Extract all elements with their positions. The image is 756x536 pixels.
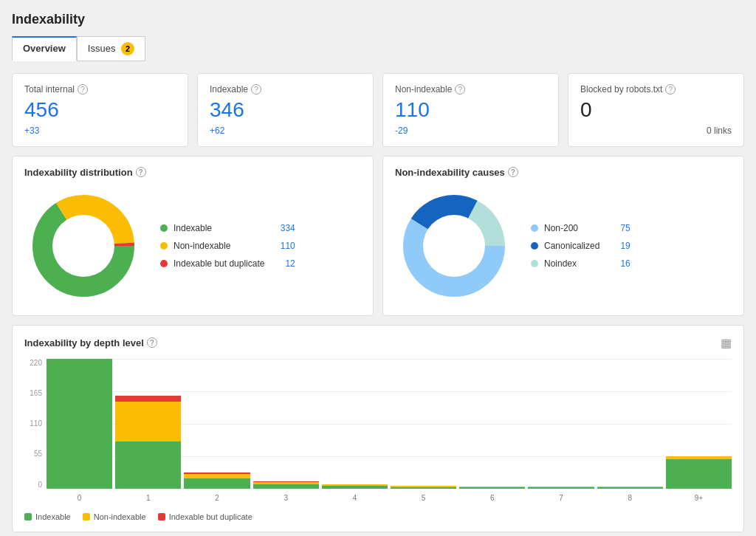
- metric-indexable: Indexable ? 346 +62: [197, 73, 374, 147]
- bar-chart-help-icon[interactable]: ?: [147, 337, 157, 348]
- legend-item-noindex: Noindex 16: [531, 258, 630, 269]
- legend-dot-non-indexable: [160, 242, 168, 250]
- causes-help-icon[interactable]: ?: [508, 167, 518, 177]
- distribution-donut-chart: [24, 187, 142, 305]
- non-indexable-help-icon[interactable]: ?: [455, 84, 465, 95]
- legend-item-canonicalized: Canonicalized 19: [531, 241, 630, 251]
- metric-non-indexable: Non-indexable ? 110 -29: [382, 73, 559, 147]
- causes-donut-section: Non-200 75 Canonicalized 19 Noindex 16: [395, 187, 732, 305]
- bar-legend-dot-non-indexable: [83, 513, 90, 520]
- issues-badge: 2: [121, 42, 134, 55]
- bar-group[interactable]: 5: [391, 359, 456, 489]
- metric-blocked-robots: Blocked by robots.txt ? 0 0 links: [568, 73, 744, 147]
- non-indexability-causes-card: Non-indexability causes ? Non-200 75: [382, 156, 744, 316]
- bar-chart-card: Indexability by depth level ? ▦ 220 165 …: [12, 325, 744, 532]
- bar-legend-non-indexable: Non-indexable: [83, 512, 146, 521]
- legend-dot-noindex: [531, 260, 538, 267]
- indexable-change: +62: [210, 126, 361, 136]
- distribution-donut-section: Indexable 334 Non-indexable 110 Indexabl…: [24, 187, 361, 305]
- distribution-legend: Indexable 334 Non-indexable 110 Indexabl…: [160, 223, 295, 269]
- bar-chart-view-icon[interactable]: ▦: [721, 336, 732, 350]
- blocked-robots-value: 0: [580, 97, 732, 123]
- legend-dot-non200: [531, 224, 538, 232]
- legend-dot-duplicate: [160, 260, 168, 267]
- bars-container: 0123456789+: [47, 359, 732, 489]
- bar-chart-header: Indexability by depth level ? ▦: [24, 336, 732, 350]
- bar-group[interactable]: 6: [459, 359, 525, 489]
- charts-row: Indexability distribution ? Indexable: [12, 156, 744, 316]
- total-internal-change: +33: [24, 126, 176, 136]
- tabs-container: Overview Issues 2: [12, 36, 744, 61]
- tab-issues[interactable]: Issues 2: [77, 36, 145, 61]
- total-internal-help-icon[interactable]: ?: [78, 84, 88, 95]
- legend-item-duplicate: Indexable but duplicate 12: [160, 258, 295, 269]
- legend-item-non-indexable: Non-indexable 110: [160, 241, 295, 251]
- donut-hole: [52, 215, 114, 277]
- bar-group[interactable]: 9+: [666, 359, 732, 489]
- bar-legend: Indexable Non-indexable Indexable but du…: [24, 512, 732, 521]
- bar-legend-duplicate: Indexable but duplicate: [158, 512, 252, 521]
- bar-legend-dot-duplicate: [158, 513, 165, 520]
- bar-legend-indexable: Indexable: [24, 512, 71, 521]
- bar-group[interactable]: 8: [597, 359, 663, 489]
- causes-donut-chart: [395, 187, 513, 305]
- indexable-help-icon[interactable]: ?: [251, 84, 261, 95]
- legend-item-non200: Non-200 75: [531, 223, 630, 233]
- non-indexable-change: -29: [395, 126, 546, 136]
- indexability-distribution-card: Indexability distribution ? Indexable: [12, 156, 374, 316]
- bar-group[interactable]: 4: [322, 359, 388, 489]
- legend-dot-canonicalized: [531, 242, 538, 250]
- bar-group[interactable]: 3: [253, 359, 319, 489]
- metrics-row: Total internal ? 456 +33 Indexable ? 346…: [12, 73, 744, 147]
- distribution-help-icon[interactable]: ?: [136, 167, 146, 177]
- legend-dot-indexable: [160, 224, 168, 232]
- total-internal-value: 456: [24, 97, 176, 123]
- donut-hole-causes: [423, 215, 485, 277]
- bar-group[interactable]: 2: [184, 359, 250, 489]
- legend-item-indexable: Indexable 334: [160, 223, 295, 233]
- non-indexable-value: 110: [395, 97, 546, 123]
- blocked-robots-help-icon[interactable]: ?: [665, 84, 676, 95]
- bar-group[interactable]: 7: [528, 359, 594, 489]
- page-title: Indexability: [12, 12, 744, 27]
- tab-overview[interactable]: Overview: [12, 36, 77, 61]
- blocked-robots-sub: 0 links: [580, 126, 732, 136]
- causes-legend: Non-200 75 Canonicalized 19 Noindex 16: [531, 223, 630, 269]
- bar-chart-area: 220 165 110 55 0 0123456789+: [24, 359, 732, 506]
- bar-legend-dot-indexable: [24, 513, 32, 520]
- bar-group[interactable]: 1: [115, 359, 181, 489]
- page-container: Indexability Overview Issues 2 Total int…: [0, 0, 756, 536]
- metric-total-internal: Total internal ? 456 +33: [12, 73, 188, 147]
- y-axis: 220 165 110 55 0: [24, 359, 47, 489]
- indexable-value: 346: [210, 97, 361, 123]
- bar-group[interactable]: 0: [47, 359, 112, 489]
